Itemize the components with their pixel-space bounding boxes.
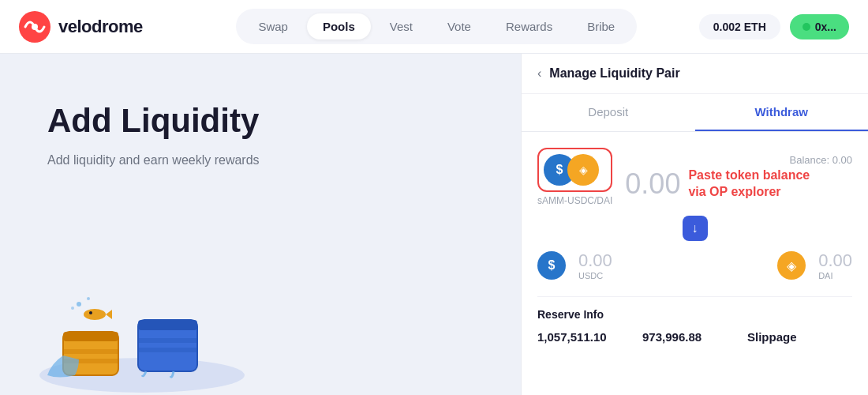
- svg-marker-12: [106, 310, 112, 319]
- logo-text: velodrome: [58, 17, 143, 37]
- left-content: Add Liquidity Add liquidity and earn wee…: [47, 101, 473, 167]
- reserve-val-3: Slippage: [747, 330, 852, 344]
- panel-header: ‹ Manage Liquidity Pair: [522, 54, 868, 94]
- reserve-section: Reserve Info 1,057,511.10 973,996.88 Sli…: [537, 296, 852, 345]
- page-subtitle: Add liquidity and earn weekly rewards: [47, 153, 473, 167]
- reserve-val-2: 973,996.88: [642, 330, 747, 344]
- nav-item-pools[interactable]: Pools: [307, 13, 371, 40]
- arrow-down-button[interactable]: ↓: [683, 216, 708, 241]
- tabs: Deposit Withdraw: [522, 94, 868, 132]
- main-content: Add Liquidity Add liquidity and earn wee…: [0, 54, 868, 395]
- page-title: Add Liquidity: [47, 101, 473, 141]
- amount-display: 0.00: [625, 167, 680, 201]
- illustration: [16, 229, 284, 395]
- svg-point-13: [89, 311, 92, 314]
- tab-withdraw[interactable]: Withdraw: [695, 94, 869, 131]
- dai-label: DAI: [818, 271, 852, 280]
- logo: velodrome: [19, 11, 143, 43]
- nav-item-swap[interactable]: Swap: [242, 13, 304, 40]
- right-panel: ‹ Manage Liquidity Pair Deposit Withdraw…: [521, 54, 868, 395]
- nav-item-bribe[interactable]: Bribe: [571, 13, 630, 40]
- dai-amount-display: 0.00 DAI: [818, 250, 852, 280]
- divider-row: ↓: [537, 216, 852, 241]
- svg-rect-9: [138, 338, 197, 343]
- dai-coin-icon: ◈: [567, 154, 599, 186]
- left-panel: Add Liquidity Add liquidity and earn wee…: [0, 54, 521, 395]
- tab-deposit[interactable]: Deposit: [522, 94, 695, 131]
- usdc-token-icon: $: [537, 251, 566, 280]
- reserve-row: 1,057,511.10 973,996.88 Slippage: [537, 330, 852, 345]
- svg-point-14: [77, 302, 81, 307]
- header: velodrome Swap Pools Vest Vote Rewards B…: [0, 0, 868, 54]
- dai-icon-symbol: ◈: [787, 258, 796, 273]
- token-item-usdc: $: [537, 251, 566, 280]
- reserve-col-3: Slippage: [747, 330, 852, 345]
- reserve-col-1: 1,057,511.10: [537, 330, 642, 345]
- reserve-val-1: 1,057,511.10: [537, 330, 642, 344]
- svg-point-11: [84, 309, 106, 320]
- svg-point-15: [87, 297, 90, 300]
- balance-label: Balance: 0.00: [625, 154, 852, 166]
- nav-item-vest[interactable]: Vest: [374, 13, 428, 40]
- panel-body: $ ◈ sAMM-USDC/DAI Balance: 0.00 0.00 Pas…: [522, 132, 868, 395]
- usdc-amount-display: 0.00 USDC: [578, 250, 612, 280]
- nav-item-rewards[interactable]: Rewards: [490, 13, 568, 40]
- svg-point-1: [32, 24, 38, 30]
- usdc-icon-symbol: $: [548, 258, 556, 273]
- svg-rect-4: [63, 332, 118, 341]
- main-nav: Swap Pools Vest Vote Rewards Bribe: [174, 9, 699, 44]
- logo-icon: [19, 11, 51, 43]
- wallet-address: 0x...: [815, 21, 836, 33]
- nav-pill: Swap Pools Vest Vote Rewards Bribe: [236, 9, 637, 44]
- tokens-row: $ 0.00 USDC ◈ 0.00 DAI: [537, 250, 852, 280]
- nav-item-vote[interactable]: Vote: [432, 13, 487, 40]
- svg-rect-5: [63, 349, 118, 354]
- paste-hint: Paste token balance via OP explorer: [688, 167, 814, 201]
- reserve-col-2: 973,996.88: [642, 330, 747, 345]
- dai-token-icon: ◈: [777, 251, 806, 280]
- token-item-dai: ◈: [777, 251, 806, 280]
- arrow-down-icon: ↓: [692, 221, 698, 235]
- dai-symbol: ◈: [579, 164, 588, 176]
- wallet-status-dot: [803, 23, 810, 31]
- svg-rect-10: [138, 348, 197, 352]
- svg-rect-8: [138, 320, 197, 330]
- usdc-symbol: $: [556, 163, 563, 177]
- eth-balance-button[interactable]: 0.002 ETH: [699, 14, 780, 40]
- token-pair-row: $ ◈ sAMM-USDC/DAI Balance: 0.00 0.00 Pas…: [537, 148, 852, 206]
- usdc-label: USDC: [578, 271, 612, 280]
- reserve-title: Reserve Info: [537, 308, 852, 321]
- token-pair-label: sAMM-USDC/DAI: [537, 195, 612, 206]
- panel-title: Manage Liquidity Pair: [549, 66, 679, 81]
- token-amount-area: Balance: 0.00 0.00 Paste token balance v…: [625, 154, 852, 201]
- back-arrow-icon[interactable]: ‹: [537, 66, 541, 81]
- token-pair-icon: $ ◈: [537, 148, 612, 192]
- header-right: 0.002 ETH 0x...: [699, 14, 849, 40]
- svg-point-16: [71, 307, 74, 310]
- wallet-button[interactable]: 0x...: [790, 14, 849, 40]
